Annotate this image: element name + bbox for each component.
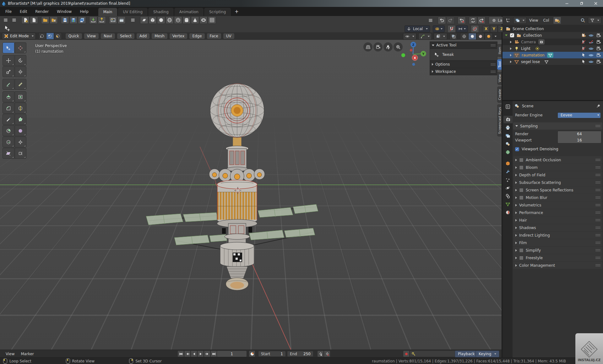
tool-scale[interactable] [3,66,14,77]
start-frame-field[interactable]: Start 1 [258,351,286,357]
render-engine-dropdown[interactable]: Eevee [557,112,601,118]
tool-shrink-fatten[interactable] [15,136,27,147]
selectable-toggle-off[interactable] [581,46,586,51]
outliner-row-camera[interactable]: Camera [503,39,603,45]
properties-panel-header[interactable]: Indirect Lighting [513,232,602,239]
cursor-arrow-icon[interactable] [581,33,586,38]
mirror-y-toggle[interactable]: Y [490,25,498,32]
tab-modifier-properties[interactable] [503,168,512,175]
cursor-arrow-icon[interactable] [581,53,586,58]
drag-dots[interactable] [595,174,600,176]
tab-particle-properties[interactable] [503,176,512,184]
properties-panel-header[interactable]: Screen Space Reflections [513,186,602,194]
render-visibility-icon[interactable] [596,33,601,38]
outliner-row-collection[interactable]: ✓ Collection [503,32,603,39]
viewport-menu[interactable]: UV [223,33,234,39]
n-panel-tab[interactable]: Item [497,44,502,57]
properties-panel-header[interactable]: Color Management [513,262,602,269]
tab-scene-properties[interactable] [503,140,512,148]
tool-loop-cut[interactable] [15,103,27,114]
expand-arrow-icon[interactable] [505,35,508,36]
space-station-model[interactable] [143,81,319,297]
tab-world-properties[interactable] [503,148,512,156]
eye-icon[interactable] [589,59,594,64]
n-panel-tab[interactable]: Create [497,87,502,103]
tool-rotate[interactable] [15,55,27,66]
tool-extrude-region[interactable] [3,91,14,102]
pivot-point-dropdown[interactable] [433,25,445,32]
shading-rendered-button[interactable] [485,33,493,40]
render-visibility-icon[interactable] [596,40,601,45]
add-cube-button[interactable] [149,16,157,24]
mirror-x-toggle[interactable]: X [482,25,490,32]
tool-smooth[interactable] [15,125,27,136]
drag-dots[interactable] [595,196,600,199]
active-tool-panel-header[interactable]: Active Tool [430,42,497,49]
tool-spin[interactable] [3,125,14,136]
workspace-menu-button[interactable] [10,16,18,24]
tab-physics-properties[interactable] [503,184,512,192]
save-copy-button[interactable] [78,16,86,24]
tab-view-layer-properties[interactable] [503,132,512,140]
tool-measure[interactable] [15,79,27,90]
visibility-dropdown[interactable] [403,33,416,40]
overlays-dropdown[interactable] [434,33,447,40]
properties-panel-header[interactable]: Hair [513,217,602,224]
properties-panel-header[interactable]: Bloom [513,164,602,171]
panel-checkbox[interactable] [519,256,524,260]
viewport-samples-field[interactable]: 16 [557,137,601,143]
add-uv-sphere-button[interactable] [166,16,174,24]
render-visibility-icon[interactable] [596,53,601,58]
axis-gizmo[interactable]: Z Y X [397,40,430,69]
tool-inset-faces[interactable] [15,91,27,102]
previous-keyframe-button[interactable] [184,351,191,357]
undo-button[interactable] [438,17,446,24]
hide-toggle-off[interactable] [589,40,594,45]
viewport-menu[interactable]: Edge [189,33,204,39]
drag-dots[interactable] [595,256,600,259]
import-button[interactable] [89,16,97,24]
primitives-menu-button[interactable] [129,16,137,24]
display-mode-dropdown[interactable] [513,17,527,24]
use-preview-range-toggle[interactable] [249,351,255,357]
tool-edge-slide[interactable] [3,136,14,147]
tool-annotate[interactable] [3,79,14,90]
current-frame-field[interactable]: 1 [217,351,247,357]
jump-to-end-button[interactable] [210,351,217,357]
tab-constraint-properties[interactable] [503,192,512,200]
timeline-menu[interactable]: View [3,351,18,357]
add-plane-button[interactable] [140,16,148,24]
add-grid-button[interactable] [208,16,216,24]
x-ray-toggle[interactable] [449,33,457,40]
edge-select-button[interactable] [46,33,54,40]
drag-dots[interactable] [595,219,600,222]
vertex-select-button[interactable] [38,33,46,40]
tool-knife[interactable] [3,114,14,125]
add-torus-button[interactable] [199,16,208,24]
jump-to-start-button[interactable] [177,351,184,357]
editor-menu-button[interactable] [2,16,10,24]
insert-keyframe-button[interactable] [317,351,324,357]
shading-solid-button[interactable] [468,33,476,40]
drag-dots[interactable] [595,189,600,191]
outliner-view-menu[interactable]: View [527,17,541,24]
drag-dots[interactable] [595,249,600,252]
workspace-tab[interactable]: UV Editing [118,8,148,16]
axis-neg-y[interactable] [401,53,405,57]
outliner-row-scene-collection[interactable]: Scene Collection [503,25,603,32]
snap-toggle[interactable] [448,25,456,33]
tab-render-properties[interactable] [503,116,513,123]
drag-dots[interactable] [595,158,600,161]
export-button[interactable] [98,16,106,24]
repeat-history-button[interactable] [477,17,486,24]
edit-menu-button[interactable] [426,17,435,24]
open-folder-button[interactable] [41,16,49,24]
open-recent-button[interactable] [50,16,58,24]
auto-keying-toggle[interactable] [403,351,410,357]
panel-checkbox[interactable] [519,188,524,192]
lower-drum[interactable] [220,242,254,267]
n-panel-tab[interactable]: Screencast Keys [497,104,502,136]
outliner-search-button[interactable] [579,17,587,24]
drag-dots[interactable] [491,44,495,47]
viewport-menu[interactable]: Add [137,33,149,39]
